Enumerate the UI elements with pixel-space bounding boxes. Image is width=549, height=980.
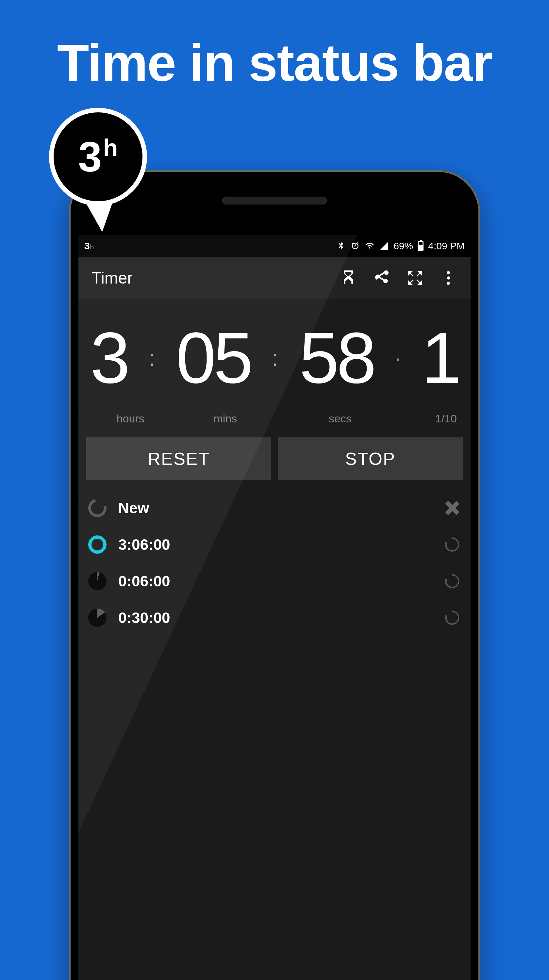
- label-mins: mins: [169, 412, 282, 425]
- timer-display: 3 : 05 : 58 · 1 hours mins secs 1/10: [78, 299, 471, 435]
- label-tenths: 1/10: [398, 412, 457, 425]
- wifi-icon: [365, 241, 374, 251]
- refresh-icon[interactable]: [444, 609, 461, 626]
- spinner-icon: [88, 499, 107, 517]
- list-item-label: 0:06:00: [118, 572, 444, 590]
- progress-pie-icon: [88, 609, 107, 627]
- battery-percent: 69%: [393, 240, 413, 251]
- alarm-icon: [350, 241, 360, 251]
- phone-frame: 3 h 69% 4:09 PM: [68, 170, 481, 980]
- hourglass-icon[interactable]: [339, 269, 358, 287]
- svg-point-0: [447, 271, 450, 274]
- refresh-icon[interactable]: [444, 536, 461, 553]
- progress-pie-icon: [88, 572, 107, 590]
- signal-icon: [379, 241, 389, 251]
- statusbar-timer-indicator: 3 h: [84, 240, 94, 251]
- bluetooth-icon: [336, 241, 346, 251]
- timer-mins: 05: [176, 322, 251, 394]
- share-icon[interactable]: [372, 269, 391, 287]
- list-item[interactable]: 0:06:00: [88, 563, 461, 600]
- list-item-label: 3:06:00: [118, 536, 444, 554]
- app-bar: Timer: [78, 257, 471, 299]
- timer-tenths: 1: [422, 322, 459, 394]
- svg-point-1: [447, 276, 450, 279]
- fullscreen-icon[interactable]: [406, 269, 424, 287]
- label-hours: hours: [92, 412, 169, 425]
- battery-icon: [418, 241, 423, 251]
- stop-button[interactable]: STOP: [278, 438, 463, 480]
- overflow-menu-icon[interactable]: [439, 269, 457, 287]
- timer-list: New 3:06:00 0:06:00: [78, 480, 471, 646]
- android-statusbar: 3 h 69% 4:09 PM: [78, 235, 471, 257]
- timer-secs: 58: [299, 322, 374, 394]
- list-item[interactable]: 3:06:00: [88, 526, 461, 563]
- list-item[interactable]: 0:30:00: [88, 600, 461, 636]
- callout-unit: h: [103, 134, 118, 162]
- phone-speaker: [222, 197, 327, 205]
- list-item-label: New: [118, 499, 444, 517]
- headline: Time in status bar: [0, 0, 549, 93]
- refresh-icon[interactable]: [444, 573, 461, 590]
- screen: 3 h 69% 4:09 PM: [78, 235, 471, 980]
- list-item-label: 0:30:00: [118, 609, 444, 627]
- app-title: Timer: [91, 269, 324, 288]
- reset-button[interactable]: RESET: [86, 438, 271, 480]
- callout-bubble: 3 h: [49, 108, 157, 216]
- active-ring-icon: [88, 535, 107, 554]
- label-secs: secs: [282, 412, 398, 425]
- timer-hours: 3: [90, 322, 127, 394]
- statusbar-clock: 4:09 PM: [428, 240, 465, 251]
- close-icon[interactable]: [444, 500, 461, 517]
- list-item[interactable]: New: [88, 490, 461, 526]
- svg-point-2: [447, 282, 450, 285]
- callout-value: 3: [78, 135, 102, 178]
